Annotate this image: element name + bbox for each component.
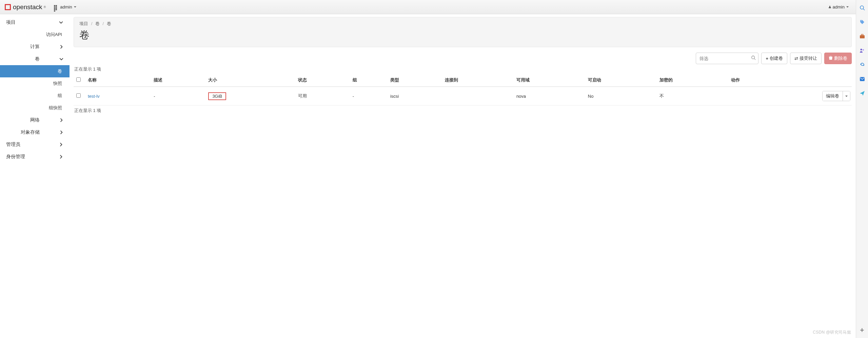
rail-search-icon[interactable]	[859, 5, 865, 11]
select-all-checkbox[interactable]	[76, 77, 81, 82]
topbar: openstack® admin admin	[0, 0, 856, 14]
rail-briefcase-icon[interactable]	[859, 33, 865, 39]
user-icon	[828, 5, 831, 8]
chevron-right-icon	[59, 130, 63, 134]
brand-name: openstack	[13, 3, 42, 11]
count-top: 正在显示 1 项	[74, 66, 852, 72]
rail-add-icon[interactable]: +	[859, 327, 865, 333]
filter-box	[696, 53, 758, 64]
cell-bootable: No	[585, 87, 657, 106]
trash-icon	[829, 56, 833, 61]
breadcrumb: 项目 / 卷 / 卷	[79, 21, 846, 27]
chevron-down-icon	[59, 57, 63, 61]
caret-down-icon	[846, 5, 849, 8]
col-bootable: 可启动	[585, 74, 657, 87]
user-menu[interactable]: admin	[828, 4, 849, 10]
rail-send-icon[interactable]	[859, 90, 865, 96]
brand: openstack®	[5, 3, 46, 11]
cell-desc: -	[151, 87, 205, 106]
page-title: 卷	[79, 28, 846, 42]
table-header-row: 名称 描述 大小 状态 组 类型 连接到 可用域 可启动 加密的 动作	[74, 74, 852, 87]
openstack-logo-icon	[5, 4, 11, 10]
col-name: 名称	[85, 74, 151, 87]
col-encrypted: 加密的	[657, 74, 728, 87]
grid-icon	[54, 5, 59, 9]
caret-down-icon	[845, 95, 848, 98]
chevron-right-icon	[59, 143, 63, 147]
cell-az: nova	[514, 87, 585, 106]
sidebar-item-groups[interactable]: 组	[0, 90, 70, 102]
sidebar-item-object-store[interactable]: 对象存储	[0, 126, 70, 138]
brand-tm: ®	[44, 5, 46, 9]
sidebar-item-admin[interactable]: 管理员	[0, 138, 70, 151]
sidebar-item-access-api[interactable]: 访问API	[0, 29, 70, 41]
delete-volume-button[interactable]: 删除卷	[824, 53, 852, 64]
plus-icon: +	[766, 56, 768, 61]
col-status: 状态	[295, 74, 350, 87]
accept-transfer-button[interactable]: ⇄ 接受转让	[790, 53, 822, 64]
header-panel: 项目 / 卷 / 卷 卷	[74, 17, 852, 47]
transfer-icon: ⇄	[794, 56, 798, 61]
volumes-table: 名称 描述 大小 状态 组 类型 连接到 可用域 可启动 加密的 动作	[74, 74, 852, 106]
cell-group: -	[350, 87, 388, 106]
col-size: 大小	[205, 74, 295, 87]
create-volume-button[interactable]: + 创建卷	[761, 53, 787, 64]
svg-rect-5	[861, 34, 863, 35]
cell-status: 可用	[295, 87, 350, 106]
table-row: test-lv - 3GiB 可用 - iscsi nova No 不	[74, 87, 852, 106]
edit-volume-button[interactable]: 编辑卷	[823, 91, 843, 101]
row-action-split-button: 编辑卷	[822, 91, 850, 101]
svg-point-7	[862, 49, 864, 51]
watermark: CSDN @研究司马懿	[813, 330, 851, 335]
svg-rect-4	[860, 35, 865, 38]
col-group: 组	[350, 74, 388, 87]
svg-line-3	[863, 9, 865, 10]
col-actions: 动作	[728, 74, 852, 87]
col-type: 类型	[388, 74, 442, 87]
row-action-dropdown[interactable]	[843, 91, 850, 101]
chevron-right-icon	[59, 45, 63, 49]
svg-rect-8	[860, 77, 865, 81]
svg-point-6	[860, 49, 862, 51]
sidebar-item-project[interactable]: 项目	[0, 16, 70, 29]
toolbar: + 创建卷 ⇄ 接受转让 删除卷	[74, 53, 852, 64]
rail-people-icon[interactable]	[859, 48, 865, 54]
rail-refresh-icon[interactable]	[859, 62, 865, 68]
right-rail: +	[856, 0, 868, 338]
sidebar-item-volume-list[interactable]: 卷	[0, 65, 70, 77]
main-content: 项目 / 卷 / 卷 卷	[70, 14, 856, 338]
rail-tag-icon[interactable]	[859, 19, 865, 25]
row-checkbox[interactable]	[76, 93, 81, 98]
col-desc: 描述	[151, 74, 205, 87]
cell-size: 3GiB	[208, 92, 226, 100]
filter-input[interactable]	[696, 53, 758, 64]
col-attached: 连接到	[442, 74, 514, 87]
project-selector[interactable]: admin	[54, 4, 76, 10]
caret-down-icon	[74, 5, 77, 8]
cell-type: iscsi	[388, 87, 442, 106]
count-bottom: 正在显示 1 项	[74, 108, 852, 114]
user-menu-label: admin	[833, 4, 845, 10]
sidebar-item-identity[interactable]: 身份管理	[0, 151, 70, 163]
breadcrumb-2: 卷	[107, 21, 111, 26]
sidebar-item-volumes[interactable]: 卷	[0, 53, 70, 65]
sidebar-item-group-snapshots[interactable]: 组快照	[0, 102, 70, 114]
sidebar-item-snapshots[interactable]: 快照	[0, 77, 70, 90]
chevron-right-icon	[59, 118, 63, 122]
cell-attached	[442, 87, 514, 106]
volume-name-link[interactable]: test-lv	[88, 94, 100, 99]
svg-point-2	[860, 6, 864, 9]
sidebar-item-compute[interactable]: 计算	[0, 41, 70, 53]
project-selector-label: admin	[60, 4, 72, 10]
sidebar: 项目 访问API 计算 卷 卷 快照	[0, 14, 70, 338]
chevron-right-icon	[59, 155, 63, 159]
cell-encrypted: 不	[657, 87, 728, 106]
rail-mail-icon[interactable]	[859, 76, 865, 82]
sidebar-item-network[interactable]: 网络	[0, 114, 70, 126]
breadcrumb-0[interactable]: 项目	[79, 21, 88, 26]
chevron-down-icon	[59, 20, 63, 24]
col-az: 可用域	[514, 74, 585, 87]
breadcrumb-1[interactable]: 卷	[95, 21, 100, 26]
